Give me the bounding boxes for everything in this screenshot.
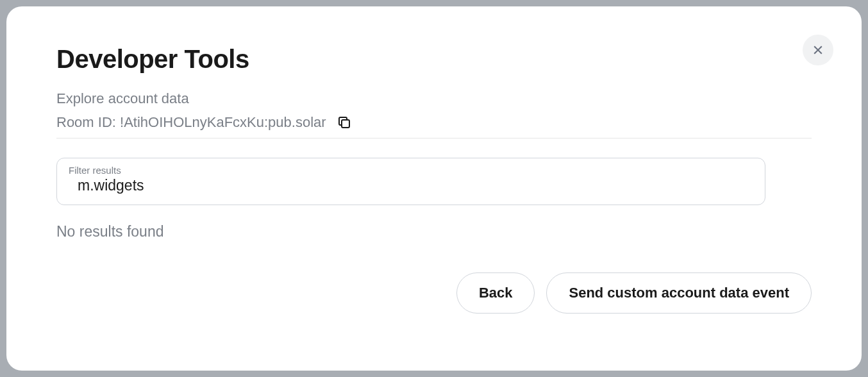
modal-title: Developer Tools: [56, 45, 812, 74]
filter-label: Filter results: [69, 165, 753, 176]
developer-tools-modal: Developer Tools Explore account data Roo…: [6, 6, 862, 371]
modal-subtitle: Explore account data: [56, 90, 812, 107]
copy-room-id-button[interactable]: [335, 113, 353, 131]
copy-icon: [337, 115, 352, 130]
room-id-text: Room ID: !AtihOIHOLnyKaFcxKu:pub.solar: [56, 114, 326, 131]
filter-input[interactable]: [69, 177, 753, 194]
send-custom-event-button[interactable]: Send custom account data event: [546, 272, 812, 314]
room-id-label: Room ID:: [56, 114, 120, 130]
close-icon: [812, 44, 824, 56]
room-id-row: Room ID: !AtihOIHOLnyKaFcxKu:pub.solar: [56, 113, 812, 138]
no-results-message: No results found: [56, 223, 812, 240]
svg-rect-2: [342, 120, 349, 128]
room-id-value: !AtihOIHOLnyKaFcxKu:pub.solar: [120, 114, 326, 130]
filter-container[interactable]: Filter results: [56, 158, 765, 205]
close-button[interactable]: [803, 35, 833, 65]
back-button[interactable]: Back: [456, 272, 535, 314]
button-row: Back Send custom account data event: [56, 272, 812, 314]
